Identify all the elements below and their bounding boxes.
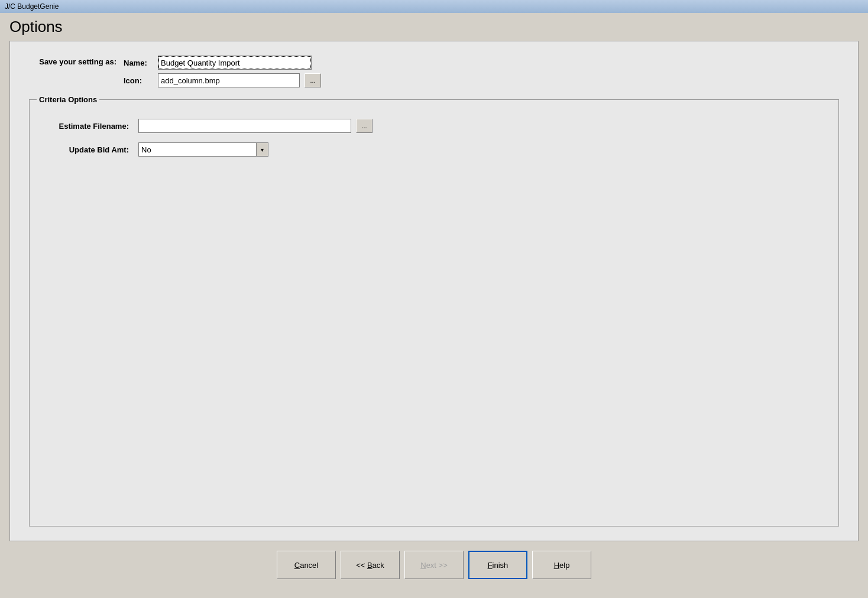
main-panel: Save your setting as: Name: Icon: ... Cr…	[9, 41, 859, 541]
back-button[interactable]: << Back	[341, 551, 400, 579]
help-button[interactable]: Help	[532, 551, 591, 579]
cancel-button[interactable]: Cancel	[277, 551, 336, 579]
back-label: << Back	[356, 561, 384, 570]
dropdown-arrow-icon[interactable]: ▾	[256, 143, 268, 156]
update-bid-label: Update Bid Amt:	[39, 145, 134, 154]
filename-browse-button[interactable]: ...	[356, 119, 373, 133]
update-bid-value: No	[139, 145, 256, 154]
name-label: Name:	[124, 58, 153, 67]
icon-input[interactable]	[158, 73, 300, 87]
criteria-group: Criteria Options Estimate Filename: ... …	[29, 99, 839, 526]
cancel-label: Cancel	[294, 561, 318, 570]
title-bar: J/C BudgetGenie	[0, 0, 868, 13]
filename-input[interactable]	[138, 119, 351, 133]
criteria-legend: Criteria Options	[37, 95, 99, 104]
save-settings-row: Save your setting as: Name: Icon: ...	[29, 56, 839, 87]
icon-label: Icon:	[124, 76, 153, 85]
title-bar-text: J/C BudgetGenie	[5, 2, 59, 11]
criteria-content: Estimate Filename: ... Update Bid Amt: N…	[39, 107, 829, 157]
name-field-row: Name:	[124, 56, 321, 70]
next-label: Next >>	[420, 561, 448, 570]
finish-button[interactable]: Finish	[468, 551, 527, 579]
update-bid-row: Update Bid Amt: No ▾	[39, 142, 829, 157]
update-bid-select[interactable]: No ▾	[138, 142, 268, 157]
filename-label: Estimate Filename:	[39, 122, 134, 131]
page-title: Options	[0, 13, 868, 41]
name-input[interactable]	[158, 56, 312, 70]
next-button[interactable]: Next >>	[404, 551, 464, 579]
finish-label: Finish	[488, 561, 509, 570]
icon-browse-button[interactable]: ...	[305, 73, 321, 87]
save-settings-label: Save your setting as:	[29, 56, 124, 66]
content-area: Save your setting as: Name: Icon: ... Cr…	[0, 41, 868, 598]
help-label: Help	[554, 561, 570, 570]
main-window: J/C BudgetGenie Options Save your settin…	[0, 0, 868, 598]
bottom-bar: Cancel << Back Next >> Finish Help	[9, 541, 859, 589]
icon-field-row: Icon: ...	[124, 73, 321, 87]
save-settings-fields: Name: Icon: ...	[124, 56, 321, 87]
filename-row: Estimate Filename: ...	[39, 119, 829, 133]
